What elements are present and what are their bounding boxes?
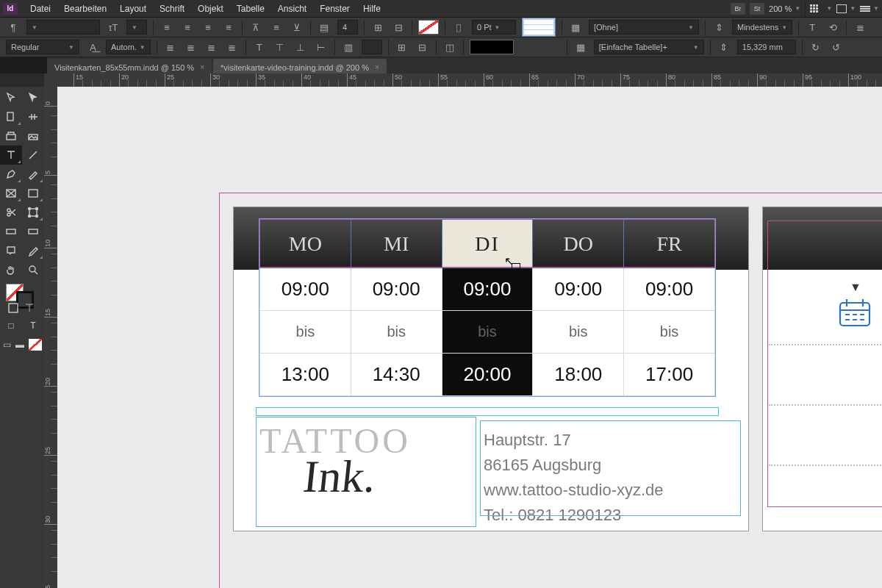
- menu-hilfe[interactable]: Hilfe: [356, 2, 387, 15]
- cell-style-dropdown[interactable]: [Ohne]▼: [589, 20, 699, 35]
- align-right-icon[interactable]: ≡: [201, 20, 215, 35]
- valign-bottom-icon[interactable]: ⊻: [290, 20, 304, 35]
- rotate-90-icon[interactable]: ⟲: [825, 20, 840, 35]
- zoom-dropdown[interactable]: 200 %▼: [769, 4, 800, 13]
- formatting-container-icon[interactable]: [0, 298, 44, 318]
- align-left-icon[interactable]: ≡: [159, 20, 174, 35]
- stroke-weight-field[interactable]: 0 Pt▼: [472, 20, 516, 35]
- stroke-type-swatch[interactable]: [470, 40, 514, 54]
- close-tab-icon[interactable]: ×: [375, 63, 379, 71]
- align-center-icon[interactable]: ≡: [180, 20, 195, 35]
- align-justify-icon[interactable]: ≡: [221, 20, 236, 35]
- fill-swatch[interactable]: [418, 20, 439, 35]
- document-tab[interactable]: Visitenkarten_85x55mm.indd @ 150 %×: [47, 59, 212, 74]
- menu-bearbeiten[interactable]: Bearbeiten: [57, 2, 113, 15]
- paragraph-style-dropdown[interactable]: ▼: [26, 20, 100, 35]
- scissors-tool[interactable]: [0, 203, 22, 222]
- content-collector-tool[interactable]: [0, 126, 22, 146]
- line-tool[interactable]: [22, 146, 44, 165]
- hours-cell[interactable]: 09:00: [533, 268, 624, 311]
- hours-cell[interactable]: 09:00: [260, 268, 351, 311]
- hours-cell[interactable]: 18:00: [533, 354, 624, 396]
- pen-tool[interactable]: [0, 165, 22, 184]
- stroke-proxy-icon[interactable]: ◫: [442, 40, 457, 54]
- page-tool[interactable]: [0, 107, 22, 126]
- document-tab[interactable]: *visitenkarte-video-training.indd @ 200 …: [213, 59, 387, 74]
- hours-cell[interactable]: 09:00: [442, 268, 533, 311]
- justify-all-left-icon[interactable]: ≣: [163, 40, 178, 54]
- arrange-dropdown[interactable]: ▼: [860, 5, 879, 12]
- valign-middle-icon[interactable]: ≡: [269, 20, 284, 35]
- menu-objekt[interactable]: Objekt: [191, 2, 230, 15]
- ruler-horizontal[interactable]: 1520253035404550556065707580859095100105: [44, 74, 882, 87]
- business-card-front[interactable]: MOMIDIDOFR09:0009:0009:0009:0009:00bisbi…: [234, 207, 748, 531]
- ruler-vertical[interactable]: 05101520253035: [44, 87, 57, 588]
- hours-cell[interactable]: 09:00: [351, 268, 442, 311]
- row-height-value-field[interactable]: 15,329 mm: [737, 40, 796, 54]
- hours-cell[interactable]: 13:00: [260, 354, 351, 396]
- content-placer-tool[interactable]: [22, 126, 44, 146]
- hours-cell[interactable]: 14:30: [351, 354, 442, 396]
- rotate-0-icon[interactable]: T: [805, 20, 820, 35]
- document-canvas[interactable]: MOMIDIDOFR09:0009:0009:0009:0009:00bisbi…: [57, 87, 882, 588]
- text-orientation-icon[interactable]: T: [252, 40, 267, 54]
- bridge-button[interactable]: Br: [731, 3, 745, 15]
- apply-color-row[interactable]: □T: [0, 318, 44, 334]
- panel-menu-icon[interactable]: ≣: [853, 20, 867, 35]
- screen-mode-dropdown[interactable]: ▼: [836, 4, 856, 13]
- eyedropper-tool[interactable]: [22, 241, 44, 260]
- table-style-dropdown[interactable]: [Einfache Tabelle]+▼: [594, 40, 704, 54]
- baseline-bottom-icon[interactable]: ⊥: [293, 40, 308, 54]
- free-transform-tool[interactable]: [22, 203, 44, 222]
- zoom-tool[interactable]: [22, 260, 44, 279]
- hours-cell[interactable]: 20:00: [442, 354, 533, 396]
- merge-cells-icon[interactable]: ⊞: [370, 20, 385, 35]
- justify-all-icon[interactable]: ≣: [225, 40, 240, 54]
- gradient-feather-tool[interactable]: [22, 222, 44, 241]
- view-grid-dropdown[interactable]: ▼: [810, 4, 832, 12]
- hand-tool[interactable]: [0, 260, 22, 279]
- font-weight-dropdown[interactable]: Regular▼: [6, 40, 79, 54]
- menu-datei[interactable]: Datei: [24, 2, 57, 15]
- font-size-field[interactable]: ▼: [126, 20, 147, 35]
- baseline-top-icon[interactable]: ⊤: [273, 40, 287, 54]
- type-tool[interactable]: [0, 146, 22, 165]
- ruler-origin[interactable]: [0, 74, 44, 87]
- leading-field[interactable]: Autom.▼: [106, 40, 151, 54]
- hours-cell[interactable]: 17:00: [624, 354, 715, 396]
- note-tool[interactable]: [0, 241, 22, 260]
- menu-fenster[interactable]: Fenster: [313, 2, 356, 15]
- tabs-icon[interactable]: ⊢: [314, 40, 329, 54]
- hours-cell[interactable]: bis: [624, 311, 715, 354]
- rotate-270-icon[interactable]: ↺: [829, 40, 844, 54]
- cell-border-proxy[interactable]: [522, 18, 556, 37]
- row-height-mode-dropdown[interactable]: Mindestens▼: [732, 20, 792, 35]
- hours-cell[interactable]: bis: [260, 311, 351, 354]
- hours-cell[interactable]: bis: [351, 311, 442, 354]
- rectangle-frame-tool[interactable]: [0, 184, 22, 203]
- hours-cell[interactable]: 09:00: [624, 268, 715, 311]
- paragraph-style-icon[interactable]: ¶: [6, 20, 21, 35]
- justify-all-right-icon[interactable]: ≣: [204, 40, 219, 54]
- rectangle-tool[interactable]: [22, 184, 44, 203]
- menu-tabelle[interactable]: Tabelle: [230, 2, 271, 15]
- close-tab-icon[interactable]: ×: [200, 63, 204, 71]
- cols-field[interactable]: [362, 40, 382, 54]
- pencil-tool[interactable]: [22, 165, 44, 184]
- direct-selection-tool[interactable]: [22, 88, 44, 107]
- hours-cell[interactable]: bis: [533, 311, 624, 354]
- menu-schrift[interactable]: Schrift: [153, 2, 191, 15]
- gap-tool[interactable]: [22, 107, 44, 126]
- insert-row-above-icon[interactable]: ⊞: [395, 40, 409, 54]
- rotate-180-icon[interactable]: ↻: [808, 40, 823, 54]
- stock-button[interactable]: St: [750, 3, 764, 15]
- insert-row-below-icon[interactable]: ⊟: [415, 40, 430, 54]
- selection-tool[interactable]: [0, 88, 22, 107]
- split-cells-icon[interactable]: ⊟: [391, 20, 406, 35]
- justify-all-center-icon[interactable]: ≣: [184, 40, 198, 54]
- gradient-swatch-tool[interactable]: [0, 222, 22, 241]
- hours-cell[interactable]: bis: [442, 311, 533, 354]
- valign-top-icon[interactable]: ⊼: [248, 20, 263, 35]
- menu-layout[interactable]: Layout: [113, 2, 153, 15]
- rows-field[interactable]: 4: [337, 20, 358, 35]
